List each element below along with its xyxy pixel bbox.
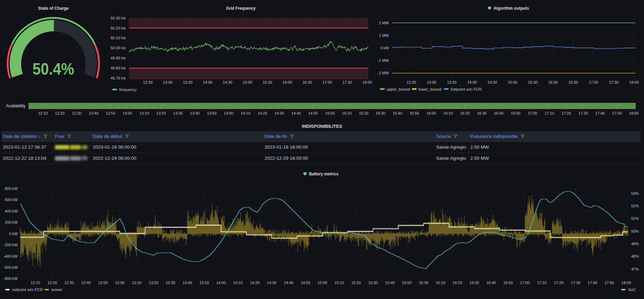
svg-text:12:50: 12:50 xyxy=(98,281,108,285)
svg-text:14:00: 14:00 xyxy=(203,80,213,84)
svg-text:13:40: 13:40 xyxy=(190,111,200,115)
svg-text:12:10: 12:10 xyxy=(38,111,48,115)
svg-text:13:10: 13:10 xyxy=(139,111,149,115)
svg-text:16:50: 16:50 xyxy=(511,111,521,115)
svg-text:1 MW: 1 MW xyxy=(379,33,389,38)
svg-text:13:30: 13:30 xyxy=(166,281,176,285)
svg-text:16:30: 16:30 xyxy=(569,80,578,84)
svg-text:17:20: 17:20 xyxy=(562,111,571,115)
svg-text:setpoint w/o FCR: setpoint w/o FCR xyxy=(12,288,43,292)
svg-text:50.00 Hz: 50.00 Hz xyxy=(111,46,126,50)
svg-text:13:10: 13:10 xyxy=(132,281,141,285)
svg-text:15:00: 15:00 xyxy=(325,111,335,115)
svg-text:16:20: 16:20 xyxy=(453,281,462,285)
svg-text:47%: 47% xyxy=(631,267,639,271)
svg-text:12:30: 12:30 xyxy=(143,80,153,84)
svg-text:17:10: 17:10 xyxy=(537,281,547,285)
svg-text:14:50: 14:50 xyxy=(301,281,310,285)
svg-text:17:30: 17:30 xyxy=(578,111,588,115)
svg-text:Setpoint w/o FCR: Setpoint w/o FCR xyxy=(450,87,482,91)
svg-text:17:00: 17:00 xyxy=(528,111,537,115)
svg-text:400 kW: 400 kW xyxy=(5,209,18,213)
svg-text:13:20: 13:20 xyxy=(156,111,166,115)
svg-text:49.90 Hz: 49.90 Hz xyxy=(111,56,126,60)
svg-text:13:20: 13:20 xyxy=(149,281,158,285)
svg-text:13:40: 13:40 xyxy=(182,281,192,285)
svg-text:800 kW: 800 kW xyxy=(5,186,18,191)
svg-text:17:00: 17:00 xyxy=(589,80,598,84)
svg-text:13:50: 13:50 xyxy=(207,111,217,115)
svg-text:600 kW: 600 kW xyxy=(5,198,18,202)
svg-text:15:50: 15:50 xyxy=(409,111,419,115)
svg-text:14:40: 14:40 xyxy=(284,281,294,285)
svg-text:15:20: 15:20 xyxy=(359,111,369,115)
svg-text:17:20: 17:20 xyxy=(554,281,564,285)
svg-text:16:20: 16:20 xyxy=(460,111,470,115)
svg-text:-800 kW: -800 kW xyxy=(3,276,18,281)
svg-text:17:30: 17:30 xyxy=(571,281,580,285)
svg-text:13:00: 13:00 xyxy=(123,111,132,115)
svg-text:18:00: 18:00 xyxy=(621,281,631,285)
svg-text:48%: 48% xyxy=(631,254,639,258)
svg-text:-2 MW: -2 MW xyxy=(378,71,389,75)
svg-text:17:30: 17:30 xyxy=(342,80,352,84)
svg-text:12:30: 12:30 xyxy=(64,281,74,285)
svg-text:53%: 53% xyxy=(631,191,639,196)
svg-text:Grid Frequency: Grid Frequency xyxy=(226,6,256,11)
svg-text:15:30: 15:30 xyxy=(263,80,272,84)
svg-text:15:40: 15:40 xyxy=(393,111,402,115)
svg-text:49%: 49% xyxy=(631,242,639,246)
svg-text:Algorithm outputs: Algorithm outputs xyxy=(494,6,529,11)
svg-text:15:10: 15:10 xyxy=(342,111,352,115)
svg-text:15:30: 15:30 xyxy=(376,111,385,115)
svg-text:State of Charge: State of Charge xyxy=(38,6,69,11)
svg-text:15:40: 15:40 xyxy=(385,281,395,285)
svg-text:12:20: 12:20 xyxy=(48,281,57,285)
svg-text:13:30: 13:30 xyxy=(173,111,183,115)
svg-text:12:50: 12:50 xyxy=(106,111,115,115)
svg-text:17:00: 17:00 xyxy=(520,281,530,285)
svg-text:14:20: 14:20 xyxy=(250,281,260,285)
svg-text:12:40: 12:40 xyxy=(89,111,99,115)
svg-text:14:20: 14:20 xyxy=(258,111,267,115)
svg-text:14:10: 14:10 xyxy=(241,111,251,115)
svg-text:12:30: 12:30 xyxy=(407,80,416,84)
svg-text:-200 kW: -200 kW xyxy=(3,243,18,247)
svg-text:17:30: 17:30 xyxy=(609,80,619,84)
svg-text:Availability: Availability xyxy=(6,103,25,108)
svg-text:14:10: 14:10 xyxy=(233,281,243,285)
svg-text:15:50: 15:50 xyxy=(402,281,412,285)
svg-text:16:50: 16:50 xyxy=(503,281,513,285)
svg-text:SoC: SoC xyxy=(628,288,636,292)
svg-text:18:00: 18:00 xyxy=(629,80,639,84)
svg-text:14:00: 14:00 xyxy=(224,111,234,115)
svg-text:49.70 Hz: 49.70 Hz xyxy=(111,76,126,80)
svg-text:13:00: 13:00 xyxy=(427,80,437,84)
svg-text:16:00: 16:00 xyxy=(283,80,292,84)
svg-text:17:40: 17:40 xyxy=(595,111,605,115)
svg-text:frequency: frequency xyxy=(119,88,137,92)
svg-text:0 kW: 0 kW xyxy=(9,232,18,236)
svg-text:50.4%: 50.4% xyxy=(33,60,74,78)
svg-text:12:40: 12:40 xyxy=(81,281,91,285)
svg-text:16:30: 16:30 xyxy=(302,80,312,84)
svg-text:51%: 51% xyxy=(631,216,639,221)
svg-text:14:30: 14:30 xyxy=(267,281,277,285)
svg-text:Battery metrics: Battery metrics xyxy=(309,171,339,176)
svg-text:15:20: 15:20 xyxy=(351,281,361,285)
svg-text:12:10: 12:10 xyxy=(31,281,40,285)
svg-text:15:00: 15:00 xyxy=(318,281,327,285)
svg-text:13:50: 13:50 xyxy=(199,281,209,285)
svg-text:16:00: 16:00 xyxy=(426,111,436,115)
svg-text:14:40: 14:40 xyxy=(291,111,301,115)
svg-text:12:20: 12:20 xyxy=(55,111,65,115)
svg-text:0 kW: 0 kW xyxy=(380,46,389,50)
svg-text:14:50: 14:50 xyxy=(308,111,318,115)
svg-text:17:40: 17:40 xyxy=(588,281,597,285)
svg-text:-400 kW: -400 kW xyxy=(3,254,18,258)
svg-text:14:30: 14:30 xyxy=(223,80,233,84)
svg-text:50.10 Hz: 50.10 Hz xyxy=(111,36,126,40)
svg-text:16:00: 16:00 xyxy=(419,281,429,285)
svg-text:13:30: 13:30 xyxy=(183,80,193,84)
svg-text:14:30: 14:30 xyxy=(275,111,284,115)
